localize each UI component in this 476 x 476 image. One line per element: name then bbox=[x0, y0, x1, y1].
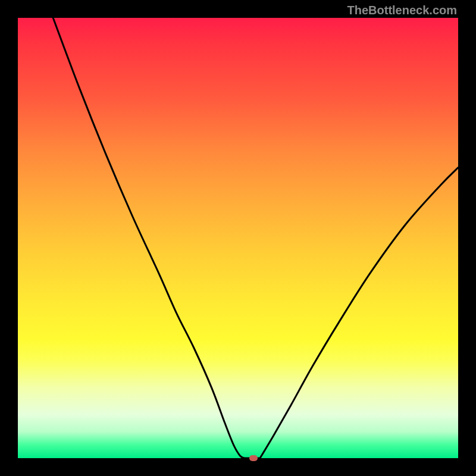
curve-path bbox=[53, 18, 458, 458]
watermark-text: TheBottleneck.com bbox=[347, 4, 457, 17]
chart-frame: TheBottleneck.com bbox=[0, 0, 476, 476]
optimum-marker bbox=[249, 455, 258, 461]
plot-area bbox=[18, 18, 458, 458]
bottleneck-curve bbox=[18, 18, 458, 458]
